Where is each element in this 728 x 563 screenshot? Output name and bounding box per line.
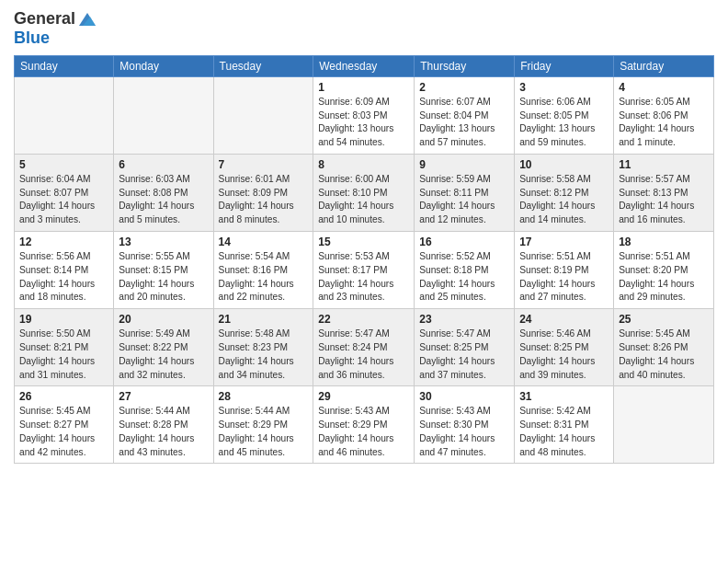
calendar-cell: 22Sunrise: 5:47 AMSunset: 8:24 PMDayligh… <box>313 309 415 386</box>
day-number: 16 <box>419 236 509 248</box>
calendar-header-thursday: Thursday <box>415 55 515 76</box>
day-number: 12 <box>19 236 108 248</box>
day-info: Sunrise: 5:47 AMSunset: 8:24 PMDaylight:… <box>318 327 409 382</box>
day-number: 18 <box>619 236 709 248</box>
calendar-cell: 7Sunrise: 6:01 AMSunset: 8:09 PMDaylight… <box>213 154 313 231</box>
calendar-cell: 2Sunrise: 6:07 AMSunset: 8:04 PMDaylight… <box>415 76 515 154</box>
calendar-cell: 27Sunrise: 5:44 AMSunset: 8:28 PMDayligh… <box>114 386 213 464</box>
calendar-cell: 14Sunrise: 5:54 AMSunset: 8:16 PMDayligh… <box>213 232 313 309</box>
day-number: 4 <box>619 81 709 94</box>
calendar-week-row: 26Sunrise: 5:45 AMSunset: 8:27 PMDayligh… <box>15 386 714 464</box>
calendar-header-sunday: Sunday <box>15 55 114 76</box>
day-number: 1 <box>318 81 409 94</box>
day-info: Sunrise: 5:58 AMSunset: 8:12 PMDaylight:… <box>519 173 609 227</box>
day-info: Sunrise: 5:56 AMSunset: 8:14 PMDaylight:… <box>19 250 108 304</box>
day-number: 24 <box>519 313 609 326</box>
calendar-table: SundayMondayTuesdayWednesdayThursdayFrid… <box>14 55 714 465</box>
day-info: Sunrise: 6:04 AMSunset: 8:07 PMDaylight:… <box>19 173 108 227</box>
day-number: 9 <box>419 158 509 171</box>
calendar-header-tuesday: Tuesday <box>213 55 313 76</box>
day-number: 6 <box>119 158 208 171</box>
calendar-cell <box>614 386 714 464</box>
day-number: 8 <box>318 158 409 171</box>
day-number: 26 <box>19 390 108 403</box>
day-info: Sunrise: 5:55 AMSunset: 8:15 PMDaylight:… <box>119 250 208 304</box>
day-number: 23 <box>419 313 509 326</box>
day-info: Sunrise: 6:05 AMSunset: 8:06 PMDaylight:… <box>619 96 709 150</box>
day-info: Sunrise: 5:53 AMSunset: 8:17 PMDaylight:… <box>318 250 409 304</box>
day-number: 3 <box>519 81 609 94</box>
day-number: 2 <box>419 81 509 94</box>
day-info: Sunrise: 6:09 AMSunset: 8:03 PMDaylight:… <box>318 96 409 150</box>
day-info: Sunrise: 5:44 AMSunset: 8:28 PMDaylight:… <box>119 405 208 459</box>
calendar-header-monday: Monday <box>114 55 213 76</box>
day-number: 17 <box>519 236 609 248</box>
calendar-cell: 8Sunrise: 6:00 AMSunset: 8:10 PMDaylight… <box>313 154 415 231</box>
day-info: Sunrise: 5:50 AMSunset: 8:21 PMDaylight:… <box>19 327 108 382</box>
day-info: Sunrise: 5:48 AMSunset: 8:23 PMDaylight:… <box>219 327 309 382</box>
page: General Blue SundayMondayTuesdayWednesda… <box>0 0 728 563</box>
day-number: 7 <box>219 158 309 171</box>
day-number: 21 <box>219 313 309 326</box>
day-number: 20 <box>119 313 208 326</box>
day-number: 10 <box>519 158 609 171</box>
day-number: 28 <box>219 390 309 403</box>
day-info: Sunrise: 6:01 AMSunset: 8:09 PMDaylight:… <box>219 173 309 227</box>
day-number: 13 <box>119 236 208 248</box>
calendar-cell: 3Sunrise: 6:06 AMSunset: 8:05 PMDaylight… <box>515 76 614 154</box>
day-info: Sunrise: 5:43 AMSunset: 8:30 PMDaylight:… <box>419 405 509 459</box>
logo-general: General <box>14 10 75 29</box>
calendar-header-saturday: Saturday <box>614 55 714 76</box>
calendar-cell: 18Sunrise: 5:51 AMSunset: 8:20 PMDayligh… <box>614 232 714 309</box>
calendar-cell: 4Sunrise: 6:05 AMSunset: 8:06 PMDaylight… <box>614 76 714 154</box>
logo: General Blue <box>14 9 97 48</box>
day-number: 5 <box>19 158 108 171</box>
day-number: 14 <box>219 236 309 248</box>
calendar-cell: 21Sunrise: 5:48 AMSunset: 8:23 PMDayligh… <box>213 309 313 386</box>
calendar-cell: 24Sunrise: 5:46 AMSunset: 8:25 PMDayligh… <box>515 309 614 386</box>
logo-blue: Blue <box>14 29 97 48</box>
day-info: Sunrise: 5:45 AMSunset: 8:27 PMDaylight:… <box>19 405 108 459</box>
day-info: Sunrise: 6:03 AMSunset: 8:08 PMDaylight:… <box>119 173 208 227</box>
calendar-cell: 10Sunrise: 5:58 AMSunset: 8:12 PMDayligh… <box>515 154 614 231</box>
calendar-cell: 17Sunrise: 5:51 AMSunset: 8:19 PMDayligh… <box>515 232 614 309</box>
calendar-cell: 25Sunrise: 5:45 AMSunset: 8:26 PMDayligh… <box>614 309 714 386</box>
day-number: 29 <box>318 390 409 403</box>
calendar-week-row: 5Sunrise: 6:04 AMSunset: 8:07 PMDaylight… <box>15 154 714 231</box>
day-info: Sunrise: 5:44 AMSunset: 8:29 PMDaylight:… <box>219 405 309 459</box>
day-number: 22 <box>318 313 409 326</box>
calendar-cell: 29Sunrise: 5:43 AMSunset: 8:29 PMDayligh… <box>313 386 415 464</box>
day-info: Sunrise: 5:51 AMSunset: 8:19 PMDaylight:… <box>519 250 609 304</box>
calendar-cell: 15Sunrise: 5:53 AMSunset: 8:17 PMDayligh… <box>313 232 415 309</box>
day-number: 25 <box>619 313 709 326</box>
day-number: 31 <box>519 390 609 403</box>
day-info: Sunrise: 5:47 AMSunset: 8:25 PMDaylight:… <box>419 327 509 382</box>
calendar-cell: 31Sunrise: 5:42 AMSunset: 8:31 PMDayligh… <box>515 386 614 464</box>
calendar-cell <box>114 76 213 154</box>
calendar-cell: 28Sunrise: 5:44 AMSunset: 8:29 PMDayligh… <box>213 386 313 464</box>
day-info: Sunrise: 5:49 AMSunset: 8:22 PMDaylight:… <box>119 327 208 382</box>
day-info: Sunrise: 5:45 AMSunset: 8:26 PMDaylight:… <box>619 327 709 382</box>
calendar-cell: 19Sunrise: 5:50 AMSunset: 8:21 PMDayligh… <box>15 309 114 386</box>
calendar-cell: 1Sunrise: 6:09 AMSunset: 8:03 PMDaylight… <box>313 76 415 154</box>
day-number: 19 <box>19 313 108 326</box>
day-number: 15 <box>318 236 409 248</box>
day-info: Sunrise: 5:59 AMSunset: 8:11 PMDaylight:… <box>419 173 509 227</box>
calendar-cell: 16Sunrise: 5:52 AMSunset: 8:18 PMDayligh… <box>415 232 515 309</box>
calendar-header-wednesday: Wednesday <box>313 55 415 76</box>
calendar-cell: 23Sunrise: 5:47 AMSunset: 8:25 PMDayligh… <box>415 309 515 386</box>
calendar-cell: 26Sunrise: 5:45 AMSunset: 8:27 PMDayligh… <box>15 386 114 464</box>
day-info: Sunrise: 6:07 AMSunset: 8:04 PMDaylight:… <box>419 96 509 150</box>
calendar-cell: 12Sunrise: 5:56 AMSunset: 8:14 PMDayligh… <box>15 232 114 309</box>
day-info: Sunrise: 5:52 AMSunset: 8:18 PMDaylight:… <box>419 250 509 304</box>
day-info: Sunrise: 6:00 AMSunset: 8:10 PMDaylight:… <box>318 173 409 227</box>
day-info: Sunrise: 5:57 AMSunset: 8:13 PMDaylight:… <box>619 173 709 227</box>
day-info: Sunrise: 5:51 AMSunset: 8:20 PMDaylight:… <box>619 250 709 304</box>
calendar-cell <box>15 76 114 154</box>
day-number: 11 <box>619 158 709 171</box>
day-info: Sunrise: 5:42 AMSunset: 8:31 PMDaylight:… <box>519 405 609 459</box>
day-info: Sunrise: 6:06 AMSunset: 8:05 PMDaylight:… <box>519 96 609 150</box>
calendar-cell <box>213 76 313 154</box>
calendar-header-friday: Friday <box>515 55 614 76</box>
day-number: 30 <box>419 390 509 403</box>
